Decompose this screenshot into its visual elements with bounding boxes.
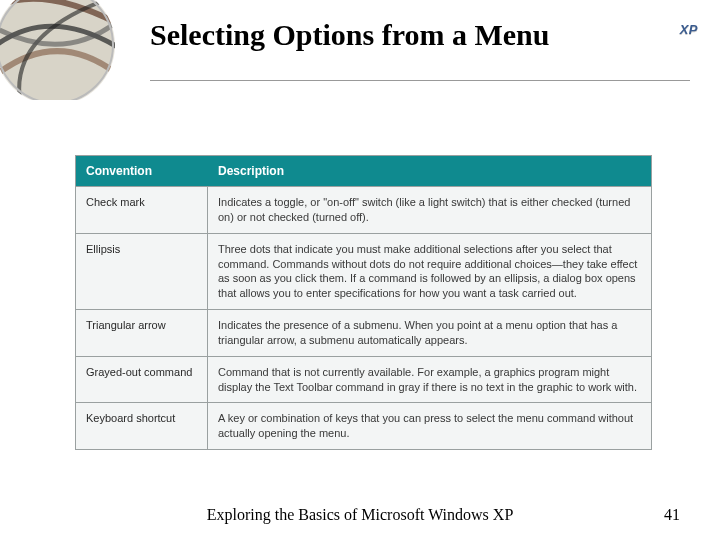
page-title: Selecting Options from a Menu <box>150 18 690 52</box>
row-desc: A key or combination of keys that you ca… <box>208 403 651 449</box>
title-underline <box>150 80 690 81</box>
conventions-table: Convention Description Check mark Indica… <box>75 155 652 450</box>
table-row: Triangular arrow Indicates the presence … <box>76 309 651 356</box>
col-header-description: Description <box>208 156 651 186</box>
footer-text: Exploring the Basics of Microsoft Window… <box>0 506 720 524</box>
slide-logo <box>0 0 130 100</box>
row-desc: Command that is not currently available.… <box>208 357 651 403</box>
row-desc: Indicates a toggle, or "on-off" switch (… <box>208 187 651 233</box>
table-row: Grayed-out command Command that is not c… <box>76 356 651 403</box>
row-name: Keyboard shortcut <box>76 403 208 449</box>
page-number: 41 <box>664 506 680 524</box>
row-name: Grayed-out command <box>76 357 208 403</box>
row-desc: Indicates the presence of a submenu. Whe… <box>208 310 651 356</box>
row-name: Check mark <box>76 187 208 233</box>
xp-badge: XP <box>680 22 698 37</box>
table-header-row: Convention Description <box>76 156 651 186</box>
row-desc: Three dots that indicate you must make a… <box>208 234 651 309</box>
row-name: Triangular arrow <box>76 310 208 356</box>
table-row: Keyboard shortcut A key or combination o… <box>76 402 651 449</box>
col-header-convention: Convention <box>76 156 208 186</box>
table-row: Ellipsis Three dots that indicate you mu… <box>76 233 651 309</box>
table-row: Check mark Indicates a toggle, or "on-of… <box>76 186 651 233</box>
row-name: Ellipsis <box>76 234 208 309</box>
